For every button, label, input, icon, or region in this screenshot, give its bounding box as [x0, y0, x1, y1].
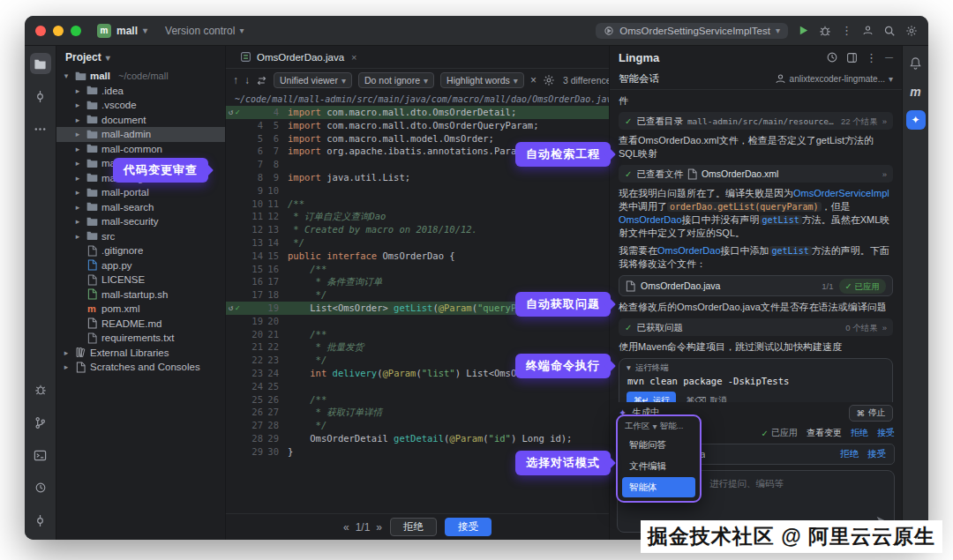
mode-option-智能体[interactable]: 智能体	[622, 477, 695, 497]
project-panel-header[interactable]: Project ▾	[56, 46, 225, 69]
commit-tool-icon[interactable]	[30, 86, 51, 107]
chevron-right-icon[interactable]: ▸	[73, 159, 82, 168]
next-change-icon[interactable]: ↓	[244, 74, 250, 86]
terminal-tool-icon[interactable]	[30, 444, 51, 466]
whitespace-dropdown[interactable]: Do not ignore ▾	[358, 72, 434, 88]
chevron-right-icon[interactable]: ▸	[73, 86, 82, 95]
tree-item-app-py[interactable]: app.py	[56, 258, 225, 273]
run-command-button[interactable]: ⌘↵运行	[627, 392, 676, 402]
close-window-button[interactable]	[35, 26, 46, 36]
editor-tab[interactable]: OmsOrderDao.java ×	[233, 46, 364, 68]
chevron-right-icon[interactable]: ▸	[73, 130, 82, 138]
chevron-right-icon[interactable]: ▸	[73, 217, 82, 226]
expand-icon[interactable]: »	[882, 321, 887, 334]
chevron-right-icon[interactable]: ▸	[73, 203, 82, 212]
tab-smart-session[interactable]: 智能会话	[619, 72, 659, 86]
accept-button[interactable]: 接受	[445, 518, 492, 536]
reject-changes-button[interactable]: 拒绝	[851, 427, 868, 439]
accept-changes-button[interactable]: 接受	[877, 427, 895, 439]
history-tool-icon[interactable]	[30, 477, 51, 498]
more-tool-windows-icon[interactable]	[30, 118, 51, 139]
m-plugin-icon[interactable]: m	[910, 85, 920, 99]
tree-item-vscode[interactable]: ▸.vscode	[56, 98, 225, 113]
code-reference-link[interactable]: OmsOrderDao	[619, 214, 682, 225]
tree-item-mall-search[interactable]: ▸mall-search	[56, 200, 225, 215]
tree-item-readme-md[interactable]: README.md	[56, 317, 225, 332]
previous-file-icon[interactable]: «	[343, 521, 349, 534]
chevron-right-icon[interactable]: ▸	[73, 101, 82, 109]
minimize-window-button[interactable]	[53, 26, 64, 36]
tree-item-mall-admin[interactable]: ▸mall-admin	[56, 127, 225, 142]
code-reference-link[interactable]: OmsOrderDao	[657, 245, 721, 256]
debug-tool-icon[interactable]	[30, 379, 51, 400]
tree-item-mall-portal[interactable]: ▸mall-portal	[56, 185, 225, 200]
file-accept-button[interactable]: 接受	[867, 448, 886, 460]
file-reject-button[interactable]: 拒绝	[840, 448, 859, 460]
chevron-down-icon[interactable]: ▾	[62, 71, 71, 80]
chevron-right-icon[interactable]: ▸	[73, 116, 82, 124]
debug-button[interactable]	[819, 25, 831, 37]
tool-call-row[interactable]: ✓已获取问题0 个结果»	[619, 318, 893, 336]
mode-option-文件编辑[interactable]: 文件编辑	[622, 456, 695, 476]
notifications-icon[interactable]	[905, 52, 927, 73]
services-tool-icon[interactable]	[30, 510, 51, 531]
close-diff-icon[interactable]: ×	[530, 74, 537, 86]
tree-item-idea[interactable]: ▸.idea	[56, 84, 225, 99]
project-selector[interactable]: m mall ▾	[90, 21, 154, 41]
chevron-right-icon[interactable]: ▸	[73, 188, 82, 197]
highlight-dropdown[interactable]: Highlight words ▾	[440, 72, 524, 88]
chevron-right-icon[interactable]: ▸	[73, 232, 82, 241]
more-actions-icon[interactable]: ⋮	[841, 24, 852, 37]
close-tab-icon[interactable]: ×	[351, 52, 356, 63]
tree-item-pom-xml[interactable]: mpom.xml	[56, 302, 225, 317]
changed-file-card[interactable]: OmsOrderDao.java1/1✓已应用	[619, 275, 893, 296]
run-configuration-selector[interactable]: OmsOrderSettingServiceImplTest ▾	[596, 23, 788, 39]
revert-change-icon[interactable]: ↺	[229, 106, 233, 119]
next-file-icon[interactable]: »	[376, 521, 382, 534]
terminal-card-header[interactable]: ▾运行终端	[619, 359, 892, 373]
mode-popup-trigger[interactable]: 工作区 ▾ 智能...	[620, 419, 697, 434]
tree-item-mall[interactable]: ▾mall~/code/mall	[56, 69, 225, 84]
revert-change-icon[interactable]: ↺	[229, 302, 233, 315]
more-icon[interactable]: ⋮	[866, 51, 877, 64]
chat-area[interactable]: 件✓已查看目录mall-admin/src/main/resources/dao…	[610, 90, 902, 402]
new-session-icon[interactable]	[846, 52, 858, 63]
tree-item-mall-security[interactable]: ▸mall-security	[56, 214, 225, 229]
code-reference-link[interactable]: OmsOrderServiceImpl	[793, 188, 889, 198]
tool-call-row[interactable]: ✓已查看目录mall-admin/src/main/resources/dao2…	[619, 112, 893, 130]
history-icon[interactable]	[826, 51, 838, 63]
chevron-right-icon[interactable]: ▸	[62, 348, 71, 357]
viewer-mode-dropdown[interactable]: Unified viewer ▾	[274, 72, 352, 88]
expand-icon[interactable]: »	[882, 115, 887, 128]
previous-change-icon[interactable]: ↑	[233, 74, 238, 86]
swap-sides-icon[interactable]	[256, 75, 267, 86]
chevron-right-icon[interactable]: ▸	[73, 174, 82, 183]
cancel-command-button[interactable]: ⌘⌫取消	[686, 393, 726, 402]
tree-item-external-libraries[interactable]: ▸External Libraries	[56, 346, 225, 361]
tree-item-document[interactable]: ▸document	[56, 113, 225, 128]
run-button[interactable]	[798, 25, 809, 36]
vcs-widget[interactable]: Version control ▾	[165, 25, 244, 37]
settings-icon[interactable]	[905, 25, 918, 37]
version-control-tool-icon[interactable]	[30, 412, 51, 433]
diff-settings-icon[interactable]	[543, 74, 555, 86]
search-everywhere-icon[interactable]	[883, 25, 896, 37]
minimize-panel-icon[interactable]: —	[885, 53, 893, 62]
chevron-right-icon[interactable]: ▸	[62, 362, 71, 371]
view-changes-button[interactable]: 查看变更	[807, 427, 842, 439]
expand-icon[interactable]: »	[882, 168, 887, 181]
collaboration-icon[interactable]	[862, 25, 874, 36]
zoom-window-button[interactable]	[71, 26, 81, 36]
tree-item-scratches-and-consoles[interactable]: ▸Scratches and Consoles	[56, 360, 225, 375]
tree-item-mall-startup-sh[interactable]: mall-startup.sh	[56, 287, 225, 302]
reject-button[interactable]: 拒绝	[390, 518, 437, 536]
tree-item-requirements-txt[interactable]: requirements.txt	[56, 331, 225, 346]
stop-button[interactable]: ⌘ 停止	[849, 405, 894, 422]
account-selector[interactable]: anlixtexcoder-lingmate... ▾	[775, 73, 893, 85]
tree-item-mall-common[interactable]: ▸mall-common	[56, 142, 225, 157]
tree-item-license[interactable]: LICENSE	[56, 273, 225, 287]
mode-option-智能问答[interactable]: 智能问答	[622, 435, 695, 455]
chevron-right-icon[interactable]: ▸	[73, 145, 82, 153]
tree-item-gitignore[interactable]: .gitignore	[56, 243, 225, 258]
lingma-plugin-icon[interactable]: ✦	[906, 110, 926, 130]
